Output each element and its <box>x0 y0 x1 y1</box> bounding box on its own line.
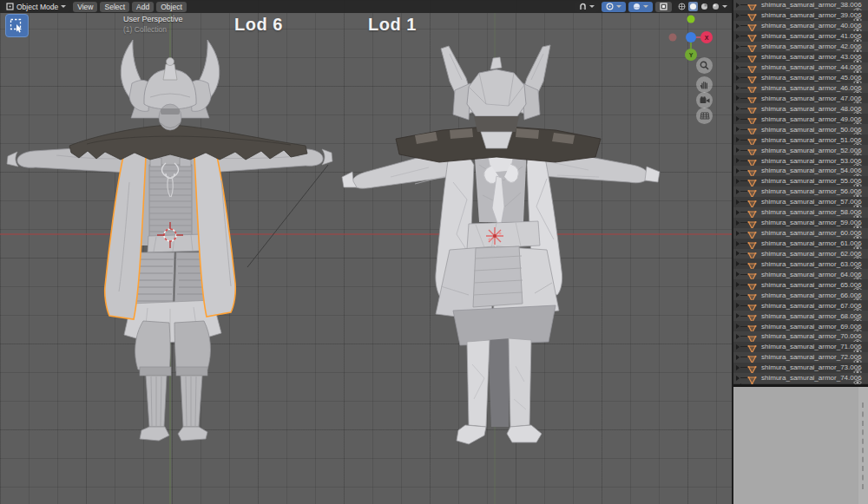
expand-arrow-icon[interactable] <box>736 95 740 101</box>
outliner-row[interactable]: shimura_samurai_armor_50.006 <box>733 124 868 134</box>
outliner-item-label[interactable]: shimura_samurai_armor_67.006 <box>761 302 862 310</box>
outliner-row[interactable]: shimura_samurai_armor_48.006 <box>733 103 868 114</box>
outliner-row[interactable]: shimura_samurai_armor_40.006 <box>733 21 868 31</box>
pan-button[interactable] <box>696 76 713 93</box>
outliner-row[interactable]: shimura_samurai_armor_43.006 <box>733 52 868 62</box>
outliner-row[interactable]: shimura_samurai_armor_66.006 <box>733 290 868 300</box>
outliner-item-label[interactable]: shimura_samurai_armor_60.006 <box>761 229 862 237</box>
outliner-row[interactable]: shimura_samurai_armor_74.006 <box>733 373 868 383</box>
expand-arrow-icon[interactable] <box>736 158 740 163</box>
outliner-item-label[interactable]: shimura_samurai_armor_41.006 <box>761 32 862 40</box>
expand-arrow-icon[interactable] <box>736 106 740 111</box>
outliner-row[interactable]: shimura_samurai_armor_57.006 <box>733 197 868 207</box>
outliner-item-label[interactable]: shimura_samurai_armor_50.006 <box>761 126 862 134</box>
mode-dropdown[interactable]: Object Mode <box>2 2 70 12</box>
expand-arrow-icon[interactable] <box>736 65 740 70</box>
outliner-item-label[interactable]: shimura_samurai_armor_49.006 <box>761 115 862 123</box>
expand-arrow-icon[interactable] <box>736 55 740 60</box>
outliner-item-label[interactable]: shimura_samurai_armor_71.006 <box>761 343 862 350</box>
menu-view[interactable]: View <box>73 2 97 12</box>
expand-arrow-icon[interactable] <box>736 324 740 329</box>
expand-arrow-icon[interactable] <box>736 210 740 215</box>
outliner-item-label[interactable]: shimura_samurai_armor_46.006 <box>761 84 862 92</box>
expand-arrow-icon[interactable] <box>736 3 740 8</box>
outliner-row[interactable]: shimura_samurai_armor_38.006 <box>733 0 868 10</box>
navigation-gizmo[interactable]: X Y <box>662 9 723 65</box>
outliner-row[interactable]: shimura_samurai_armor_41.006 <box>733 31 868 42</box>
outliner-item-label[interactable]: shimura_samurai_armor_64.006 <box>761 271 862 278</box>
outliner-row[interactable]: shimura_samurai_armor_55.006 <box>733 176 868 187</box>
select-box-tool-button[interactable] <box>5 14 29 37</box>
outliner-row[interactable]: shimura_samurai_armor_59.006 <box>733 218 868 228</box>
expand-arrow-icon[interactable] <box>736 313 740 318</box>
expand-arrow-icon[interactable] <box>736 23 740 29</box>
snap-controls[interactable] <box>575 2 599 12</box>
outliner-row[interactable]: shimura_samurai_armor_63.006 <box>733 259 868 269</box>
menu-object[interactable]: Object <box>156 2 187 12</box>
outliner-item-label[interactable]: shimura_samurai_armor_72.006 <box>761 353 862 361</box>
expand-arrow-icon[interactable] <box>736 334 740 339</box>
visibility-eye-icon[interactable] <box>853 374 862 384</box>
outliner-row[interactable]: shimura_samurai_armor_65.006 <box>733 279 868 290</box>
outliner-row[interactable]: shimura_samurai_armor_69.006 <box>733 321 868 331</box>
expand-arrow-icon[interactable] <box>736 116 740 121</box>
outliner-item-label[interactable]: shimura_samurai_armor_51.006 <box>761 136 862 144</box>
outliner-row[interactable]: shimura_samurai_armor_42.006 <box>733 42 868 52</box>
outliner-item-label[interactable]: shimura_samurai_armor_58.006 <box>761 208 862 216</box>
outliner-row[interactable]: shimura_samurai_armor_45.006 <box>733 73 868 83</box>
outliner-row[interactable]: shimura_samurai_armor_70.006 <box>733 331 868 342</box>
expand-arrow-icon[interactable] <box>736 85 740 90</box>
perspective-toggle-button[interactable] <box>696 108 713 124</box>
outliner-item-label[interactable]: shimura_samurai_armor_69.006 <box>761 323 862 331</box>
outliner-item-label[interactable]: shimura_samurai_armor_47.006 <box>761 95 862 102</box>
expand-arrow-icon[interactable] <box>736 200 740 205</box>
samurai-model-lod6[interactable] <box>4 35 334 442</box>
outliner-item-label[interactable]: shimura_samurai_armor_56.006 <box>761 187 862 195</box>
expand-arrow-icon[interactable] <box>736 137 740 142</box>
outliner-row[interactable]: shimura_samurai_armor_67.006 <box>733 300 868 311</box>
expand-arrow-icon[interactable] <box>736 127 740 132</box>
expand-arrow-icon[interactable] <box>736 34 740 39</box>
outliner-item-label[interactable]: shimura_samurai_armor_38.006 <box>761 1 862 9</box>
expand-arrow-icon[interactable] <box>736 75 740 81</box>
outliner-item-label[interactable]: shimura_samurai_armor_45.006 <box>761 74 862 82</box>
expand-arrow-icon[interactable] <box>736 179 740 184</box>
zoom-button[interactable] <box>696 57 713 74</box>
outliner-row[interactable]: shimura_samurai_armor_61.006 <box>733 239 868 249</box>
outliner-item-label[interactable]: shimura_samurai_armor_52.006 <box>761 147 862 154</box>
expand-arrow-icon[interactable] <box>736 251 740 256</box>
outliner-row[interactable]: shimura_samurai_armor_39.006 <box>733 10 868 21</box>
outliner-item-label[interactable]: shimura_samurai_armor_54.006 <box>761 167 862 174</box>
outliner-item-label[interactable]: shimura_samurai_armor_62.006 <box>761 250 862 258</box>
expand-arrow-icon[interactable] <box>736 261 740 266</box>
expand-arrow-icon[interactable] <box>736 376 740 381</box>
expand-arrow-icon[interactable] <box>736 292 740 298</box>
outliner-item-label[interactable]: shimura_samurai_armor_55.006 <box>761 177 862 185</box>
outliner-row[interactable]: shimura_samurai_armor_64.006 <box>733 269 868 279</box>
falloff-dropdown[interactable] <box>628 2 653 12</box>
outliner-item-label[interactable]: shimura_samurai_armor_53.006 <box>761 157 862 165</box>
expand-arrow-icon[interactable] <box>736 231 740 236</box>
outliner-item-label[interactable]: shimura_samurai_armor_68.006 <box>761 312 862 320</box>
expand-arrow-icon[interactable] <box>736 168 740 173</box>
expand-arrow-icon[interactable] <box>736 303 740 308</box>
samurai-model-lod1[interactable] <box>339 35 681 451</box>
outliner-row[interactable]: shimura_samurai_armor_47.006 <box>733 93 868 103</box>
expand-arrow-icon[interactable] <box>736 355 740 360</box>
outliner-row[interactable]: shimura_samurai_armor_71.006 <box>733 342 868 352</box>
outliner-item-label[interactable]: shimura_samurai_armor_39.006 <box>761 11 862 19</box>
expand-arrow-icon[interactable] <box>736 282 740 287</box>
outliner-row[interactable]: shimura_samurai_armor_54.006 <box>733 166 868 176</box>
outliner-row[interactable]: shimura_samurai_armor_58.006 <box>733 207 868 218</box>
outliner-item-label[interactable]: shimura_samurai_armor_44.006 <box>761 63 862 71</box>
outliner-item-label[interactable]: shimura_samurai_armor_74.006 <box>761 374 862 382</box>
outliner-row[interactable]: shimura_samurai_armor_56.006 <box>733 187 868 197</box>
camera-view-button[interactable] <box>696 92 713 108</box>
outliner-item-label[interactable]: shimura_samurai_armor_43.006 <box>761 53 862 61</box>
outliner-item-label[interactable]: shimura_samurai_armor_73.006 <box>761 363 862 371</box>
outliner-item-label[interactable]: shimura_samurai_armor_48.006 <box>761 105 862 113</box>
outliner-row[interactable]: shimura_samurai_armor_72.006 <box>733 352 868 363</box>
outliner-row[interactable]: shimura_samurai_armor_68.006 <box>733 311 868 321</box>
outliner-item-label[interactable]: shimura_samurai_armor_70.006 <box>761 332 862 340</box>
outliner-row[interactable]: shimura_samurai_armor_49.006 <box>733 114 868 124</box>
